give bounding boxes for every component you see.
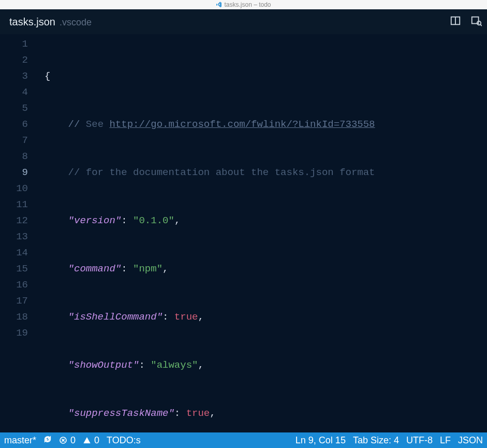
eol[interactable]: LF [440, 435, 451, 446]
branch-name: master* [4, 435, 36, 446]
json-key: "showOutput" [68, 359, 139, 371]
warning-count: 0 [94, 435, 99, 446]
tab-file-name: tasks.json [9, 16, 55, 28]
language-mode[interactable]: JSON [458, 435, 483, 446]
line-number-gutter: 1234 5678 9101112 13141516 171819 [0, 34, 36, 432]
json-string: "always" [151, 359, 198, 371]
editor-tabs: tasks.json .vscode [0, 9, 487, 34]
svg-line-4 [480, 24, 482, 26]
tab-size[interactable]: Tab Size: 4 [353, 435, 399, 446]
error-icon [59, 436, 67, 444]
problems-errors[interactable]: 0 [59, 435, 76, 446]
split-editor-icon[interactable] [450, 15, 461, 29]
warning-icon [83, 436, 91, 444]
problems-warnings[interactable]: 0 [83, 435, 99, 446]
git-branch[interactable]: master* [4, 435, 36, 446]
window-title-bar: tasks.json – todo [0, 0, 487, 9]
tab-tasks-json[interactable]: tasks.json .vscode [5, 11, 96, 33]
comment-text: // for the documentation about the tasks… [68, 167, 375, 178]
tab-file-folder: .vscode [60, 17, 92, 28]
json-bool: true [174, 311, 198, 323]
comment-link[interactable]: http://go.microsoft.com/fwlink/?LinkId=7… [109, 119, 375, 130]
json-bool: true [186, 408, 210, 419]
comment-text: See [86, 119, 110, 130]
vscode-icon [216, 2, 222, 8]
error-count: 0 [70, 435, 76, 446]
json-string: "0.1.0" [133, 215, 174, 226]
json-string: "npm" [133, 263, 163, 274]
status-bar: master* 0 0 TODO:s Ln 9, Col 15 Tab Size… [0, 432, 487, 448]
code-content[interactable]: { // See http://go.microsoft.com/fwlink/… [36, 34, 487, 432]
json-key: "isShellCommand" [68, 311, 163, 323]
sync-icon[interactable] [43, 435, 52, 446]
encoding[interactable]: UTF-8 [406, 435, 433, 446]
code-editor[interactable]: 1234 5678 9101112 13141516 171819 { // S… [0, 34, 487, 432]
json-key: "command" [68, 263, 122, 274]
brace-open: { [45, 70, 50, 82]
comment-slash: // [68, 119, 86, 130]
cursor-position[interactable]: Ln 9, Col 15 [296, 435, 346, 446]
json-key: "suppressTaskName" [68, 408, 174, 419]
open-preview-icon[interactable] [470, 15, 482, 29]
todos[interactable]: TODO:s [107, 435, 141, 446]
json-key: "version" [68, 215, 122, 226]
window-title: tasks.json – todo [224, 1, 271, 8]
